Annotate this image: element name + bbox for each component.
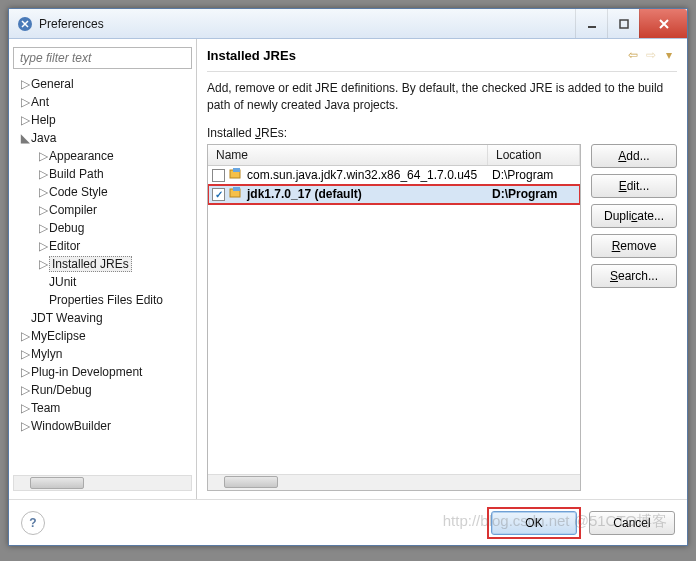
expand-icon[interactable]: ▷ [19, 383, 31, 397]
tree-item-label: JDT Weaving [31, 311, 103, 325]
tree-item-debug[interactable]: ▷Debug [13, 219, 192, 237]
expand-icon[interactable]: ▷ [37, 239, 49, 253]
checkbox[interactable] [212, 188, 225, 201]
tree-item-properties-files-edito[interactable]: Properties Files Edito [13, 291, 192, 309]
list-label: Installed JREs: [207, 126, 677, 140]
preferences-window: Preferences ▷General▷Ant▷Help◢Java▷Appea… [8, 8, 688, 546]
expand-icon[interactable]: ▷ [19, 77, 31, 91]
tree-item-appearance[interactable]: ▷Appearance [13, 147, 192, 165]
tree-item-label: Editor [49, 239, 80, 253]
app-icon [17, 16, 33, 32]
expand-icon[interactable]: ▷ [37, 257, 49, 271]
tree-item-jdt-weaving[interactable]: JDT Weaving [13, 309, 192, 327]
tree-item-build-path[interactable]: ▷Build Path [13, 165, 192, 183]
tree-item-ant[interactable]: ▷Ant [13, 93, 192, 111]
svg-rect-6 [233, 187, 240, 191]
help-icon[interactable]: ? [21, 511, 45, 535]
main-panel: Installed JREs ⇦ ⇨ ▾ Add, remove or edit… [197, 39, 687, 499]
tree-item-label: Installed JREs [49, 256, 132, 272]
tree-item-label: Build Path [49, 167, 104, 181]
tree-item-label: JUnit [49, 275, 76, 289]
svg-rect-4 [233, 168, 240, 172]
svg-rect-2 [620, 20, 628, 28]
tree-item-label: Debug [49, 221, 84, 235]
ok-button[interactable]: OK [491, 511, 577, 535]
add-button[interactable]: Add... [591, 144, 677, 168]
tree-item-general[interactable]: ▷General [13, 75, 192, 93]
tree-item-mylyn[interactable]: ▷Mylyn [13, 345, 192, 363]
jre-icon [229, 186, 243, 203]
tree-item-installed-jres[interactable]: ▷Installed JREs [13, 255, 192, 273]
expand-icon[interactable]: ▷ [37, 221, 49, 235]
expand-icon[interactable]: ▷ [19, 95, 31, 109]
tree-item-code-style[interactable]: ▷Code Style [13, 183, 192, 201]
close-button[interactable] [639, 9, 687, 38]
tree-item-team[interactable]: ▷Team [13, 399, 192, 417]
search-button[interactable]: Search... [591, 264, 677, 288]
table-scrollbar[interactable] [208, 474, 580, 490]
tree-item-label: Properties Files Edito [49, 293, 163, 307]
expand-icon[interactable]: ▷ [37, 149, 49, 163]
tree-item-windowbuilder[interactable]: ▷WindowBuilder [13, 417, 192, 435]
titlebar[interactable]: Preferences [9, 9, 687, 39]
tree-item-label: Plug-in Development [31, 365, 142, 379]
tree-item-run-debug[interactable]: ▷Run/Debug [13, 381, 192, 399]
tree-item-label: Help [31, 113, 56, 127]
expand-icon[interactable]: ▷ [19, 365, 31, 379]
back-icon[interactable]: ⇦ [625, 47, 641, 63]
cancel-button[interactable]: Cancel [589, 511, 675, 535]
expand-icon[interactable]: ▷ [19, 329, 31, 343]
expand-icon[interactable]: ▷ [37, 203, 49, 217]
expand-icon[interactable]: ▷ [19, 419, 31, 433]
tree-item-label: Appearance [49, 149, 114, 163]
tree-item-label: Ant [31, 95, 49, 109]
tree-item-editor[interactable]: ▷Editor [13, 237, 192, 255]
maximize-button[interactable] [607, 9, 639, 38]
table-row[interactable]: com.sun.java.jdk7.win32.x86_64_1.7.0.u45… [208, 166, 580, 185]
expand-icon[interactable]: ▷ [37, 185, 49, 199]
sidebar-scrollbar[interactable] [13, 475, 192, 491]
edit-button[interactable]: Edit... [591, 174, 677, 198]
expand-icon[interactable]: ▷ [19, 401, 31, 415]
minimize-button[interactable] [575, 9, 607, 38]
tree-item-help[interactable]: ▷Help [13, 111, 192, 129]
checkbox[interactable] [212, 169, 225, 182]
remove-button[interactable]: Remove [591, 234, 677, 258]
page-description: Add, remove or edit JRE definitions. By … [207, 80, 677, 114]
tree-item-label: MyEclipse [31, 329, 86, 343]
tree-item-label: WindowBuilder [31, 419, 111, 433]
ok-highlight: OK [487, 507, 581, 539]
column-location[interactable]: Location [488, 145, 580, 165]
tree-item-label: Mylyn [31, 347, 62, 361]
sidebar: ▷General▷Ant▷Help◢Java▷Appearance▷Build … [9, 39, 197, 499]
tree-item-plug-in-development[interactable]: ▷Plug-in Development [13, 363, 192, 381]
filter-input[interactable] [13, 47, 192, 69]
row-location: D:\Program [492, 187, 576, 201]
tree-item-label: Run/Debug [31, 383, 92, 397]
window-title: Preferences [39, 17, 575, 31]
expand-icon[interactable]: ▷ [19, 113, 31, 127]
tree-item-compiler[interactable]: ▷Compiler [13, 201, 192, 219]
row-name: com.sun.java.jdk7.win32.x86_64_1.7.0.u45 [247, 168, 477, 182]
expand-icon[interactable]: ▷ [37, 167, 49, 181]
jre-table[interactable]: Name Location com.sun.java.jdk7.win32.x8… [207, 144, 581, 491]
tree-item-junit[interactable]: JUnit [13, 273, 192, 291]
tree-item-label: Compiler [49, 203, 97, 217]
forward-icon[interactable]: ⇨ [643, 47, 659, 63]
duplicate-button[interactable]: Duplicate... [591, 204, 677, 228]
footer: ? OK Cancel [9, 499, 687, 545]
tree[interactable]: ▷General▷Ant▷Help◢Java▷Appearance▷Build … [13, 75, 192, 471]
row-location: D:\Program [492, 168, 576, 182]
expand-icon[interactable]: ◢ [19, 131, 31, 145]
tree-item-label: Team [31, 401, 60, 415]
column-name[interactable]: Name [208, 145, 488, 165]
tree-item-myeclipse[interactable]: ▷MyEclipse [13, 327, 192, 345]
page-title: Installed JREs [207, 48, 625, 63]
tree-item-java[interactable]: ◢Java [13, 129, 192, 147]
jre-icon [229, 167, 243, 184]
menu-icon[interactable]: ▾ [661, 47, 677, 63]
expand-icon[interactable]: ▷ [19, 347, 31, 361]
table-row[interactable]: jdk1.7.0_17 (default)D:\Program [208, 185, 580, 204]
tree-item-label: General [31, 77, 74, 91]
row-name: jdk1.7.0_17 (default) [247, 187, 362, 201]
